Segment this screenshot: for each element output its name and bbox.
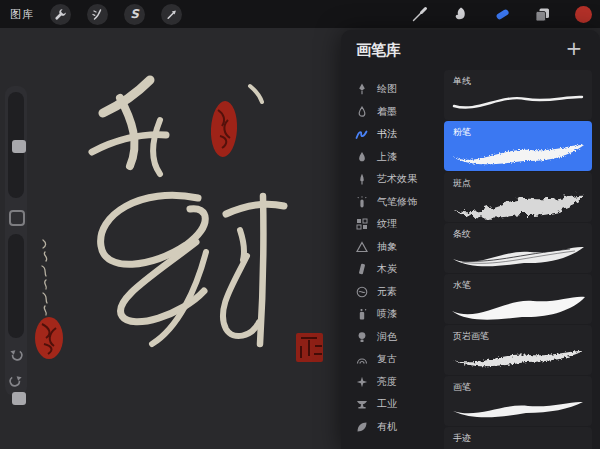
category-label: 抽象	[377, 240, 397, 254]
category-calligraphy[interactable]: 书法	[341, 123, 444, 146]
ink-drop-icon	[355, 105, 368, 118]
blotchy-stroke-preview	[448, 188, 588, 220]
texture-checker-icon	[355, 218, 368, 231]
actions-button[interactable]	[50, 4, 71, 25]
layers-button[interactable]	[533, 5, 551, 23]
bottom-left-oval-seal	[35, 317, 63, 359]
category-label: 着墨	[377, 105, 397, 119]
category-painting[interactable]: 上漆	[341, 146, 444, 169]
wrench-icon	[54, 8, 67, 21]
anvil-icon	[355, 398, 368, 411]
brush-list: 单线 粉笔 斑点 条纹	[444, 70, 592, 449]
eraser-icon	[493, 6, 510, 23]
category-label: 亮度	[377, 375, 397, 389]
category-organic[interactable]: 有机	[341, 416, 444, 439]
category-abstract[interactable]: 抽象	[341, 236, 444, 259]
category-inking[interactable]: 着墨	[341, 101, 444, 124]
category-label: 复古	[377, 352, 397, 366]
lightbulb-icon	[355, 330, 368, 343]
category-artistic[interactable]: 艺术效果	[341, 168, 444, 191]
brush-chalk[interactable]: 粉笔	[444, 121, 592, 171]
opacity-handle[interactable]	[12, 392, 26, 405]
monoline-stroke-preview	[448, 86, 588, 118]
leaf-icon	[355, 420, 368, 433]
brush-size-handle[interactable]	[12, 140, 26, 153]
category-luminance[interactable]: 亮度	[341, 371, 444, 394]
signature-inscription	[42, 240, 47, 315]
modify-button[interactable]	[9, 210, 25, 226]
shale-stroke-preview	[448, 341, 588, 373]
brush-water-pen[interactable]: 水笔	[444, 274, 592, 324]
category-label: 艺术效果	[377, 172, 417, 186]
brush-pen-stroke-preview	[448, 392, 588, 424]
category-industrial[interactable]: 工业	[341, 393, 444, 416]
smudge-tool-button[interactable]	[451, 5, 469, 23]
top-toolbar: 图库 S	[0, 0, 600, 28]
paintbrush-icon	[411, 6, 428, 23]
category-textures[interactable]: 纹理	[341, 213, 444, 236]
airbrush-icon	[355, 195, 368, 208]
selection-s-icon: S	[130, 8, 139, 20]
paint-drop-icon	[355, 150, 368, 163]
brush-name: 手迹	[453, 432, 471, 445]
brush-tool-button[interactable]	[410, 5, 428, 23]
brush-size-slider[interactable]	[8, 92, 24, 198]
category-label: 木炭	[377, 262, 397, 276]
category-airbrushing[interactable]: 气笔修饰	[341, 191, 444, 214]
panel-title: 画笔库	[356, 41, 401, 60]
transform-button[interactable]	[161, 4, 182, 25]
panel-header: 画笔库 +	[341, 30, 600, 68]
category-label: 书法	[377, 127, 397, 141]
calligraphy-artwork	[0, 28, 341, 449]
bottom-right-square-seal	[296, 333, 323, 362]
gallery-button[interactable]: 图库	[10, 7, 34, 22]
opacity-slider[interactable]	[8, 234, 24, 338]
sidebar-controls	[5, 86, 27, 396]
brush-blotchy[interactable]: 斑点	[444, 172, 592, 222]
redo-icon[interactable]	[9, 374, 23, 388]
procreate-app: 图库 S	[0, 0, 600, 449]
brush-streaks[interactable]: 条纹	[444, 223, 592, 273]
add-brush-button[interactable]: +	[562, 36, 586, 60]
category-spraypaints[interactable]: 喷漆	[341, 303, 444, 326]
brush-monoline[interactable]: 单线	[444, 70, 592, 120]
category-charcoals[interactable]: 木炭	[341, 258, 444, 281]
calligraphy-stroke-icon	[355, 128, 368, 141]
artistic-brush-icon	[355, 173, 368, 186]
selection-button[interactable]: S	[124, 4, 145, 25]
category-retouching[interactable]: 润色	[341, 326, 444, 349]
brush-shale-brush[interactable]: 页岩画笔	[444, 325, 592, 375]
category-elements[interactable]: 元素	[341, 281, 444, 304]
category-drawing[interactable]: 绘图	[341, 78, 444, 101]
adjustments-icon	[91, 8, 104, 21]
drawing-brush-icon	[355, 83, 368, 96]
streaks-stroke-preview	[448, 239, 588, 271]
elements-swirl-icon	[355, 285, 368, 298]
transform-arrow-icon	[165, 8, 178, 21]
category-label: 绘图	[377, 82, 397, 96]
smudge-finger-icon	[452, 6, 468, 22]
category-vintage[interactable]: 复古	[341, 348, 444, 371]
category-label: 上漆	[377, 150, 397, 164]
chalk-stroke-preview	[448, 137, 588, 169]
undo-icon[interactable]	[9, 348, 23, 362]
charcoal-stick-icon	[355, 263, 368, 276]
rainbow-arc-icon	[355, 353, 368, 366]
category-label: 有机	[377, 420, 397, 434]
brush-brush-pen[interactable]: 画笔	[444, 376, 592, 426]
category-label: 润色	[377, 330, 397, 344]
brush-script[interactable]: 手迹	[444, 427, 592, 449]
eraser-tool-button[interactable]	[492, 5, 510, 23]
category-list: 绘图 着墨 书法 上漆 艺术效果 气笔修饰	[341, 78, 444, 438]
brush-library-panel: 画笔库 +	[341, 30, 600, 449]
paint-tools	[410, 0, 592, 28]
category-label: 纹理	[377, 217, 397, 231]
spray-can-icon	[355, 308, 368, 321]
adjustments-button[interactable]	[87, 4, 108, 25]
color-button[interactable]	[574, 5, 592, 23]
water-pen-stroke-preview	[448, 290, 588, 322]
category-label: 元素	[377, 285, 397, 299]
top-oval-seal	[210, 100, 239, 157]
abstract-triangle-icon	[355, 240, 368, 253]
category-label: 气笔修饰	[377, 195, 417, 209]
